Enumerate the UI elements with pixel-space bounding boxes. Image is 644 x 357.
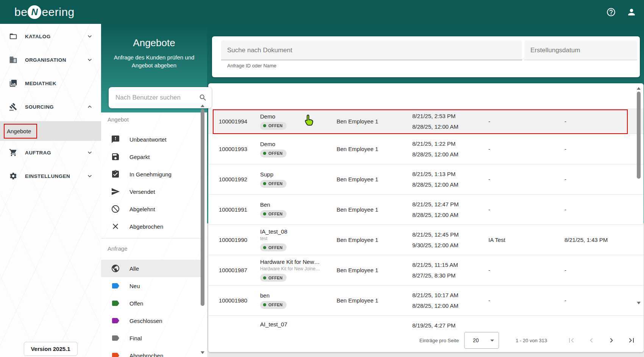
chevron-down-icon [86,56,94,64]
document-search-card: Suche nach Dokument Anfrage ID oder Name… [212,36,640,77]
chevron-up-icon [86,103,94,111]
tag-icon [111,334,120,343]
scrollbar-thumb[interactable] [637,92,641,179]
section-label-angebot: Angebot [101,115,201,124]
sidebar-item-mediathek[interactable]: MEDIATHEK [0,72,101,95]
table-row-100001993[interactable]: 100001993 Demo OFFEN Ben Employee 1 8/21… [208,134,644,164]
next-page-icon[interactable] [607,336,616,345]
gear-icon [9,172,17,180]
sourcing-icon [9,103,17,111]
filter-item-abgebrochen[interactable]: Abgebrochen [101,347,201,357]
document-search-input[interactable]: Suche nach Dokument [221,41,522,60]
account-icon[interactable] [627,7,636,17]
filter-item-geparkt[interactable]: Geparkt [101,148,201,165]
status-badge: OFFEN [260,301,287,309]
table-row-100001991[interactable]: 100001991 Ben OFFEN Ben Employee 1 8/21/… [208,195,644,225]
status-badge: OFFEN [260,150,287,157]
feedback-icon [111,135,120,144]
scroll-up-arrow-icon[interactable] [637,87,641,90]
cart-icon [9,148,17,157]
tag-icon [111,299,120,308]
status-dot-icon [263,182,266,185]
tag-icon [111,281,120,290]
table-row-100001980[interactable]: 100001980 ben OFFEN Ben Employee 1 8/21/… [208,285,644,316]
status-badge: OFFEN [260,210,287,218]
table-row-100001987[interactable]: 100001987 Hardware Kit for New… Hardware… [208,255,644,285]
per-page-label: Einträge pro Seite [419,338,459,343]
pagination-range: 1 - 20 von 313 [516,338,547,343]
user-search-input[interactable]: Nach Benutzer suchen [109,87,212,108]
filter-item-geschlossen[interactable]: Geschlossen [101,312,201,329]
tag-icon [111,351,120,357]
brand-logo[interactable]: beNeering [14,5,75,19]
status-dot-icon [263,246,266,249]
filter-item-versendet[interactable]: Versendet [101,183,201,200]
tag-icon [111,316,120,325]
table-row-100001994[interactable]: 100001994 Demo OFFEN Ben Employee 1 8/21… [208,109,644,134]
sidebar-item-organisation[interactable]: ORGANISATION [0,48,101,72]
scroll-up-arrow-icon[interactable] [201,104,204,107]
document-search-helper: Anfrage ID oder Name [227,63,276,69]
filter-item-neu[interactable]: Neu [101,277,201,295]
scroll-down-arrow-icon[interactable] [201,351,204,354]
status-badge: OFFEN [260,243,287,251]
status-dot-icon [263,124,266,127]
page-title: Angebote [101,37,207,49]
logo-n-badge: N [28,5,41,19]
close-icon [111,222,120,231]
filter-item-final[interactable]: Final [101,329,201,347]
sidebar-item-einstellungen[interactable]: EINSTELLUNGEN [0,164,101,188]
sidebar-item-angebote[interactable]: Angebote [0,121,101,141]
first-page-icon[interactable] [567,336,576,345]
send-icon [111,187,120,196]
filter-item-abgebrochen[interactable]: Abgebrochen [101,218,201,235]
filter-panel: Angebote Anfrage des Kunden prüfen und A… [101,24,207,357]
status-badge: OFFEN [260,122,287,130]
filter-item-unbeantwortet[interactable]: Unbeantwortet [101,131,201,148]
table-row-100001990[interactable]: 100001990 IA_test_08 test OFFEN Ben Empl… [208,225,644,255]
sidebar-item-sourcing[interactable]: SOURCING [0,95,101,118]
filter-item-alle[interactable]: Alle [101,260,201,277]
creation-date-input[interactable]: Erstellungsdatum [524,41,637,60]
logo-text-pre: be [14,6,27,19]
chevron-down-icon [86,149,94,156]
table-body: 100001994 Demo OFFEN Ben Employee 1 8/21… [208,109,644,351]
logo-text-post: eering [42,6,74,19]
sidebar-item-auftrag[interactable]: AUFTRAG [0,141,101,164]
sidebar-item-katalog[interactable]: KATALOG [0,25,101,48]
status-badge: OFFEN [260,274,287,282]
version-badge: Version 2025.1 [23,342,77,356]
organisation-icon [9,56,17,64]
chevron-down-icon [490,340,494,341]
filter-item-offen[interactable]: Offen [101,295,201,312]
page-subtitle: Anfrage des Kunden prüfen und Angebot ab… [109,53,200,69]
scroll-down-arrow-icon[interactable] [637,302,641,304]
chevron-down-icon [86,172,94,180]
search-icon [199,94,207,102]
task-icon [111,170,120,179]
filter-panel-scrollbar[interactable] [200,101,205,357]
globe-icon [111,264,120,273]
top-bar: beNeering [0,0,644,24]
help-icon[interactable] [606,7,616,17]
per-page-select[interactable]: 20 [464,332,499,349]
sidebar: KATALOG ORGANISATION MEDIATHEK SOURCING … [0,24,101,357]
status-dot-icon [263,212,266,215]
pagination-bar: Einträge pro Seite 20 1 - 20 von 313 [208,329,644,352]
save-icon [111,152,120,161]
status-dot-icon [263,303,266,306]
folder-icon [9,32,17,41]
table-header-row [208,83,644,109]
offers-table: 100001994 Demo OFFEN Ben Employee 1 8/21… [208,83,644,352]
status-dot-icon [263,152,266,155]
filter-item-in-genehmigung[interactable]: In Genehmigung [101,165,201,183]
previous-page-icon[interactable] [587,336,596,345]
status-badge: OFFEN [260,180,287,188]
filter-item-abgelehnt[interactable]: Abgelehnt [101,200,201,218]
last-page-icon[interactable] [627,336,636,345]
scrollbar-thumb[interactable] [201,109,204,306]
table-row-100001992[interactable]: 100001992 Supp OFFEN Ben Employee 1 8/21… [208,164,644,195]
chevron-down-icon [86,33,94,40]
table-scrollbar[interactable] [636,84,641,329]
divider [101,238,201,239]
